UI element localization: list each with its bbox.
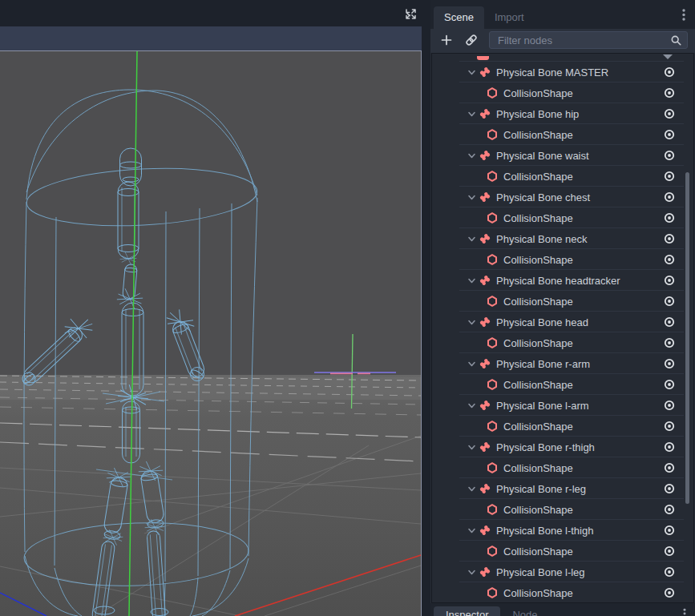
physical-bone-icon [479,107,491,120]
tree-row-physical-bone[interactable]: Physical Bone r-arm [432,353,693,374]
add-node-button[interactable] [438,31,455,49]
tree-row-collisionshape[interactable]: CollisionShape [432,499,693,520]
bottom-tabbar: Inspector Node [430,603,695,616]
collision-shape-icon [486,295,499,308]
visibility-eye-icon[interactable] [662,544,677,558]
tree-row-physical-bone[interactable]: Physical Bone head [432,312,693,332]
instance-scene-button[interactable] [463,31,480,49]
visibility-eye-icon[interactable] [662,502,677,517]
visibility-eye-icon[interactable] [662,273,677,288]
visibility-eye-icon[interactable] [662,252,677,267]
clipped-arrow-icon [663,54,673,59]
tree-row-collisionshape[interactable]: CollisionShape [432,291,693,312]
tree-row-physical-bone[interactable]: Physical Bone l-thigh [432,520,693,541]
tree-row-physical-bone[interactable]: Physical Bone l-arm [432,395,693,416]
tree-row-collisionshape[interactable]: CollisionShape [432,416,693,437]
tree-row-collisionshape[interactable]: CollisionShape [432,374,693,395]
chevron-down-icon[interactable] [467,401,476,410]
visibility-eye-icon[interactable] [662,127,677,142]
filter-nodes-field[interactable] [489,31,688,49]
chevron-down-icon[interactable] [467,235,476,244]
visibility-eye-icon[interactable] [662,65,677,79]
tree-row-physical-bone[interactable]: Physical Bone chest [432,187,693,207]
collision-shape-icon [486,461,499,474]
visibility-eye-icon[interactable] [662,523,677,537]
physical-bone-icon [479,482,491,495]
tree-row-physical-bone[interactable]: Physical Bone neck [432,228,693,249]
tree-row-physical-bone[interactable]: Physical Bone l-leg [432,562,693,582]
node-label: CollisionShape [503,421,573,433]
visibility-eye-icon[interactable] [662,481,677,496]
physical-bone-icon [479,232,491,245]
viewport-menubar [0,26,422,51]
visibility-eye-icon[interactable] [662,190,677,204]
visibility-eye-icon[interactable] [662,586,677,600]
tree-row-physical-bone[interactable]: Physical Bone r-leg [432,478,693,499]
visibility-eye-icon[interactable] [662,86,677,100]
tree-row-physical-bone[interactable]: Physical Bone headtracker [432,270,693,291]
tree-row-collisionshape[interactable]: CollisionShape [432,124,693,145]
kebab-menu-icon[interactable] [677,8,690,22]
tree-row-physical-bone[interactable]: Physical Bone MASTER [432,62,693,83]
tree-row-clipped[interactable] [432,54,693,62]
chevron-down-icon[interactable] [467,110,476,119]
visibility-eye-icon[interactable] [662,565,677,579]
visibility-eye-icon[interactable] [662,107,677,121]
chevron-down-icon[interactable] [467,485,476,493]
tree-row-collisionshape[interactable]: CollisionShape [432,332,693,353]
tree-row-collisionshape[interactable]: CollisionShape [432,249,693,270]
tree-row-collisionshape[interactable]: CollisionShape [432,207,693,228]
filter-nodes-input[interactable] [496,34,670,47]
node-label: CollisionShape [503,504,573,516]
tree-row-physical-bone[interactable]: Physical Bone hip [432,103,693,124]
tree-row-collisionshape[interactable]: CollisionShape [432,582,693,603]
tree-row-collisionshape[interactable]: CollisionShape [432,457,693,478]
collision-shape-icon [486,128,499,141]
tab-scene[interactable]: Scene [434,6,484,29]
node-label: Physical Bone l-leg [496,566,585,578]
visibility-eye-icon[interactable] [662,419,677,433]
visibility-eye-icon[interactable] [662,294,677,308]
physical-bone-icon [479,441,491,453]
chevron-down-icon[interactable] [467,151,476,160]
node-label: CollisionShape [503,546,573,558]
tree-row-collisionshape[interactable]: CollisionShape [432,541,693,562]
dock-tabbar: Scene Import [430,0,695,29]
chevron-down-icon[interactable] [467,360,476,368]
tree-row-collisionshape[interactable]: CollisionShape [432,166,693,187]
tab-inspector[interactable]: Inspector [434,606,500,616]
visibility-eye-icon[interactable] [662,169,677,183]
visibility-eye-icon[interactable] [662,440,677,454]
visibility-eye-icon[interactable] [662,356,677,371]
chevron-down-icon[interactable] [467,318,476,327]
chevron-down-icon[interactable] [467,443,476,452]
kebab-menu-icon[interactable] [679,607,690,616]
tree-scrollbar[interactable] [685,172,689,504]
node-label: Physical Bone r-leg [496,483,586,495]
search-icon [670,34,682,46]
visibility-eye-icon[interactable] [662,315,677,329]
chevron-down-icon[interactable] [467,193,476,202]
chevron-down-icon[interactable] [467,68,476,77]
node-label: CollisionShape [503,462,573,474]
visibility-eye-icon[interactable] [662,398,677,413]
visibility-eye-icon[interactable] [662,336,677,350]
visibility-eye-icon[interactable] [662,232,677,246]
visibility-eye-icon[interactable] [662,377,677,392]
visibility-eye-icon[interactable] [662,148,677,163]
chevron-down-icon[interactable] [467,526,476,535]
tree-row-collisionshape[interactable]: CollisionShape [432,83,693,103]
visibility-eye-icon[interactable] [662,461,677,475]
tab-node[interactable]: Node [500,606,549,616]
physical-bone-icon [479,524,491,537]
3d-viewport[interactable] [0,51,422,616]
expand-icon[interactable] [402,6,419,24]
tab-import[interactable]: Import [484,6,535,29]
chevron-down-icon[interactable] [467,276,476,285]
physical-bone-icon [479,566,491,578]
visibility-eye-icon[interactable] [662,211,677,225]
tree-row-physical-bone[interactable]: Physical Bone waist [432,145,693,166]
collision-shape-icon [486,545,499,558]
tree-row-physical-bone[interactable]: Physical Bone r-thigh [432,437,693,457]
chevron-down-icon[interactable] [467,568,476,577]
